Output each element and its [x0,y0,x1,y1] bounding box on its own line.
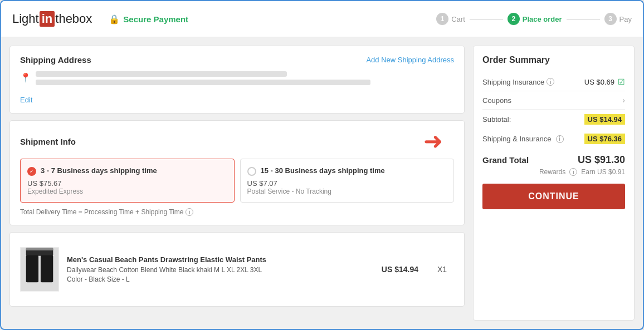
address-line-1 [36,71,287,77]
address-text-block [36,71,454,88]
continue-button[interactable]: CONTINUE [482,184,625,209]
header: Lightinthebox 🔒 Secure Payment 1 Cart 2 … [1,1,643,37]
step-2-num: 2 [508,13,520,25]
shipping-insurance-text: Shipping Insurance [482,78,544,86]
product-details: Men's Casual Beach Pants Drawstring Elas… [67,255,374,283]
rewards-info-icon[interactable]: i [569,168,577,176]
main-content: Shipping Address Add New Shipping Addres… [1,37,643,329]
address-row: 📍 [20,71,454,88]
step-3-label: Pay [619,15,632,23]
coupons-label: Coupons [482,96,511,105]
secure-payment-label: Secure Payment [123,14,188,24]
shipment-info-title: Shipment Info [20,137,76,146]
logo-thebox: thebox [55,12,92,26]
product-card: Men's Casual Beach Pants Drawstring Elas… [9,232,465,307]
product-name: Men's Casual Beach Pants Drawstring Elas… [67,255,374,264]
chevron-right-icon: › [622,96,625,105]
option-1-service: Expedited Express [27,188,227,195]
subtotal-value: US $14.94 [584,114,625,125]
option-2-price: US $7.07 [247,179,447,188]
order-summary-title: Order Summary [482,55,625,65]
grand-total-value: US $91.30 [578,154,625,166]
shipping-label-text: Shipping & Insurance [482,135,552,143]
option-1-price: US $75.67 [27,179,227,188]
shipping-address-title: Shipping Address [20,55,91,65]
edit-address-link[interactable]: Edit [20,96,32,104]
svg-rect-2 [41,255,53,283]
product-price: US $14.94 [382,265,430,274]
logo-light: Light [12,12,39,26]
shipping-insurance-label: Shipping Insurance i [482,78,554,86]
rewards-label: Rewards [539,168,565,176]
red-arrow: ➜ [423,130,443,153]
shipping-option-postal[interactable]: 15 - 30 Business days shipping time US $… [240,159,455,203]
shipment-options: ✓ 3 - 7 Business days shipping time US $… [20,159,454,203]
step-line-2 [567,19,600,19]
delivery-info-icon[interactable]: i [186,208,193,216]
shipping-insurance-row: Shipping Insurance i US $0.69 ☑ [482,73,625,91]
product-sub: Dailywear Beach Cotton Blend White Black… [67,266,374,274]
shipping-option-expedited[interactable]: ✓ 3 - 7 Business days shipping time US $… [20,159,235,203]
option-1-header: ✓ 3 - 7 Business days shipping time [27,166,227,176]
address-line-2 [36,80,370,85]
logo-in: in [40,11,55,27]
shipping-info-icon[interactable]: i [556,135,564,143]
subtotal-label: Subtotal: [482,115,511,124]
option-2-service: Postal Service - No Tracking [247,188,447,195]
add-new-shipping-address-link[interactable]: Add New Shipping Address [366,56,454,64]
step-1-label: Cart [451,15,465,23]
shipping-insurance-total-value: US $76.36 [584,134,625,144]
svg-rect-3 [26,248,53,250]
secure-payment: 🔒 Secure Payment [109,13,188,24]
shipping-address-header: Shipping Address Add New Shipping Addres… [20,55,454,65]
header-steps: 1 Cart 2 Place order 3 Pay [436,13,632,25]
rewards-value: Earn US $0.91 [581,168,625,176]
page-wrapper: Lightinthebox 🔒 Secure Payment 1 Cart 2 … [0,0,644,330]
step-place-order: 2 Place order [508,13,562,25]
shipment-info-card: Shipment Info ➜ ✓ 3 - 7 Business days sh… [9,120,465,225]
logo: Lightinthebox [12,11,92,27]
step-cart: 1 Cart [436,13,465,25]
shipping-address-card: Shipping Address Add New Shipping Addres… [9,46,465,114]
lock-icon: 🔒 [109,13,120,24]
step-3-num: 3 [604,13,617,25]
rewards-row: Rewards i Earn US $0.91 [482,168,625,176]
shipping-insurance-value: US $0.69 ☑ [584,77,625,86]
insurance-info-icon[interactable]: i [547,78,554,86]
shipping-insurance-total-label: Shipping & Insurance i [482,135,564,143]
product-color-size: Color - Black Size - L [67,275,374,283]
grand-total-row: Grand Total US $91.30 [482,149,625,168]
insurance-price-text: US $0.69 [584,78,614,86]
delivery-note: Total Delivery Time = Processing Time + … [20,208,454,216]
radio-1: ✓ [27,167,36,176]
grand-total-label: Grand Total [482,155,529,165]
left-panel: Shipping Address Add New Shipping Addres… [9,46,465,321]
insurance-check-icon: ☑ [618,77,625,86]
option-1-title: 3 - 7 Business days shipping time [41,166,157,176]
step-1-num: 1 [436,13,448,25]
order-summary-card: Order Summary Shipping Insurance i US $0… [473,46,635,321]
step-2-label: Place order [523,15,562,23]
radio-2 [247,167,256,176]
shipping-insurance-total-row: Shipping & Insurance i US $76.36 [482,129,625,149]
option-2-header: 15 - 30 Business days shipping time [247,166,447,176]
product-quantity: X1 [437,265,454,274]
step-pay: 3 Pay [604,13,632,25]
right-panel: Order Summary Shipping Insurance i US $0… [473,46,635,321]
svg-rect-1 [26,255,38,283]
coupons-row[interactable]: Coupons › [482,91,625,110]
option-2-title: 15 - 30 Business days shipping time [261,166,385,176]
product-image [20,247,59,292]
pin-icon: 📍 [20,72,31,83]
subtotal-row: Subtotal: US $14.94 [482,110,625,129]
delivery-note-text: Total Delivery Time = Processing Time + … [20,208,183,216]
step-line-1 [470,19,503,19]
product-row: Men's Casual Beach Pants Drawstring Elas… [20,242,454,297]
